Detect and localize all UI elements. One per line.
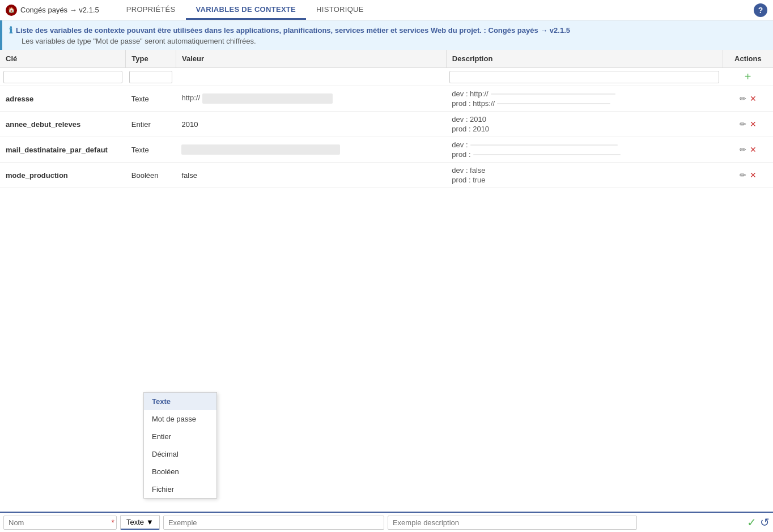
row-type-annee: Entier xyxy=(126,112,176,137)
delete-button-mode[interactable]: ✕ xyxy=(750,171,757,180)
filter-desc-input[interactable] xyxy=(449,71,719,83)
info-row-main: ℹ Liste des variables de contexte pouvan… xyxy=(9,25,766,36)
table-row: mail_destinataire_par_defaut Texte dev :… xyxy=(0,137,773,163)
filter-key-cell xyxy=(0,68,126,86)
help-area: ? xyxy=(754,3,767,17)
breadcrumb: 🏠 Congés payés → v2.1.5 xyxy=(6,5,99,16)
tab-variables[interactable]: VARIABLES DE CONTEXTE xyxy=(186,0,307,20)
row-actions-mail: ✏ ✕ xyxy=(723,137,773,163)
filter-type-input[interactable] xyxy=(129,71,173,83)
table-row: annee_debut_releves Entier 2010 dev : 20… xyxy=(0,112,773,137)
col-header-actions: Actions xyxy=(723,50,773,68)
edit-button-adresse[interactable]: ✏ xyxy=(740,94,746,103)
row-value-mail xyxy=(176,137,446,163)
row-desc-mode: dev : false prod : true xyxy=(446,163,723,188)
info-icon: ℹ xyxy=(9,25,12,36)
filter-key-input[interactable] xyxy=(3,71,122,83)
delete-button-annee[interactable]: ✕ xyxy=(750,120,757,129)
tab-proprietes[interactable]: PROPRIÉTÉS xyxy=(116,0,186,20)
row-key-adresse: adresse xyxy=(0,86,126,112)
row-type-adresse: Texte xyxy=(126,86,176,112)
edit-button-mode[interactable]: ✏ xyxy=(740,171,746,180)
filter-value-cell xyxy=(176,68,446,86)
row-key-mode: mode_production xyxy=(0,163,126,188)
edit-button-mail[interactable]: ✏ xyxy=(740,145,746,154)
col-header-value: Valeur xyxy=(176,50,446,68)
edit-button-annee[interactable]: ✏ xyxy=(740,120,746,129)
row-actions-mode: ✏ ✕ xyxy=(723,163,773,188)
row-actions-adresse: ✏ ✕ xyxy=(723,86,773,112)
info-sub-text: Les variables de type "Mot de passe" ser… xyxy=(9,37,766,45)
col-header-key: Clé xyxy=(0,50,126,68)
filter-desc-cell xyxy=(446,68,723,86)
delete-button-adresse[interactable]: ✕ xyxy=(750,94,757,103)
row-value-mode: false xyxy=(176,163,446,188)
table-header-row: Clé Type Valeur Description Actions xyxy=(0,50,773,68)
info-main-text: Liste des variables de contexte pouvant … xyxy=(16,26,570,35)
header: 🏠 Congés payés → v2.1.5 PROPRIÉTÉS VARIA… xyxy=(0,0,773,20)
table-row: adresse Texte http:// dev : http:// prod… xyxy=(0,86,773,112)
delete-button-mail[interactable]: ✕ xyxy=(750,145,757,154)
table-row: mode_production Booléen false dev : fals… xyxy=(0,163,773,188)
tab-historique[interactable]: HISTORIQUE xyxy=(306,0,374,20)
value-masked-adresse xyxy=(202,93,333,104)
app-icon: 🏠 xyxy=(6,5,17,16)
row-desc-adresse: dev : http:// prod : https:// xyxy=(446,86,723,112)
row-key-annee: annee_debut_releves xyxy=(0,112,126,137)
filter-actions-cell: + xyxy=(723,68,773,86)
filter-row: + xyxy=(0,68,773,86)
row-desc-annee: dev : 2010 prod : 2010 xyxy=(446,112,723,137)
row-value-adresse: http:// xyxy=(176,86,446,112)
add-variable-button[interactable]: + xyxy=(745,70,751,83)
value-masked-mail xyxy=(181,144,340,155)
filter-type-cell xyxy=(126,68,176,86)
row-type-mail: Texte xyxy=(126,137,176,163)
help-button[interactable]: ? xyxy=(754,3,767,17)
row-key-mail: mail_destinataire_par_defaut xyxy=(0,137,126,163)
row-value-annee: 2010 xyxy=(176,112,446,137)
breadcrumb-text: Congés payés → v2.1.5 xyxy=(20,6,99,14)
row-type-mode: Booléen xyxy=(126,163,176,188)
col-header-type: Type xyxy=(126,50,176,68)
col-header-description: Description xyxy=(446,50,723,68)
row-desc-mail: dev : prod : xyxy=(446,137,723,163)
context-variables-table: Clé Type Valeur Description Actions xyxy=(0,50,773,188)
tab-bar: PROPRIÉTÉS VARIABLES DE CONTEXTE HISTORI… xyxy=(116,0,754,20)
row-actions-annee: ✏ ✕ xyxy=(723,112,773,137)
info-banner: ℹ Liste des variables de contexte pouvan… xyxy=(0,20,773,50)
